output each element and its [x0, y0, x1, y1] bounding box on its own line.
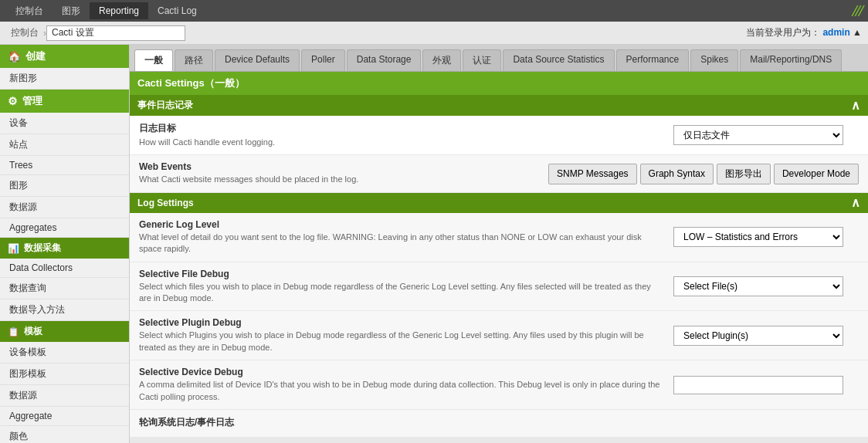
template-icon: 📋 — [8, 326, 19, 337]
setting-selective-file-desc: Select which files you wish to place in … — [139, 281, 664, 305]
tab-performance[interactable]: Performance — [616, 49, 690, 71]
sidebar-item-graphs[interactable]: 图形 — [0, 175, 129, 197]
sidebar-item-trees[interactable]: Trees — [0, 156, 129, 175]
btn-snmp-messages[interactable]: SNMP Messages — [548, 164, 636, 184]
setting-syslog-title: 轮询系统日志/事件日志 — [139, 416, 664, 429]
sidebar-section-datacollect: 📊 数据采集 — [0, 238, 129, 259]
sidebar-item-new-graph[interactable]: 新图形 — [0, 68, 129, 90]
btn-developer-mode[interactable]: Developer Mode — [774, 164, 859, 184]
sidebar-item-data-source-templates[interactable]: 数据源 — [0, 385, 129, 407]
setting-log-target: 日志目标 How will Cacti handle event logging… — [130, 116, 868, 155]
breadcrumb-bar: 控制台 › 当前登录用户为： admin ▲ — [0, 22, 868, 45]
tab-mail-reporting[interactable]: Mail/Reporting/DNS — [740, 49, 842, 71]
setting-selective-device-desc: A comma delimited list of Device ID's th… — [139, 379, 664, 403]
selective-device-debug-input[interactable] — [673, 376, 843, 394]
setting-web-events: Web Events What Cacti website messages s… — [130, 155, 868, 192]
main-content: 一般 路径 Device Defaults Poller Data Storag… — [130, 45, 868, 443]
setting-generic-log-title: Generic Log Level — [139, 219, 664, 230]
setting-log-target-title: 日志目标 — [139, 122, 664, 135]
sidebar-item-data-collectors[interactable]: Data Collectors — [0, 259, 129, 278]
sidebar-item-colors[interactable]: 颜色 — [0, 426, 129, 443]
tab-general[interactable]: 一般 — [134, 49, 173, 71]
sidebar: 🏠 创建 新图形 ⚙ 管理 设备 站点 Trees 图形 数据源 Aggrega… — [0, 45, 130, 443]
nav-item-cactilog[interactable]: Cacti Log — [148, 2, 206, 19]
setting-log-target-label: 日志目标 How will Cacti handle event logging… — [139, 122, 673, 148]
setting-selective-device-title: Selective Device Debug — [139, 367, 664, 377]
content-area: Cacti Settings（一般） 事件日志记录 ∧ 日志目标 How wil… — [130, 72, 868, 438]
breadcrumb-home[interactable]: 控制台 — [6, 26, 43, 39]
chart-icon: 📊 — [8, 243, 19, 254]
setting-log-target-desc: How will Cacti handle event logging. — [139, 137, 664, 148]
subsection-log-settings[interactable]: Log Settings ∧ — [130, 193, 868, 213]
setting-selective-file-debug: Selective File Debug Select which files … — [130, 262, 868, 312]
tab-appearance[interactable]: 外观 — [422, 49, 461, 71]
page-title: Cacti Settings（一般） — [137, 76, 245, 90]
tab-spikes[interactable]: Spikes — [690, 49, 738, 71]
setting-generic-log-control: LOW – Statistics and Errors — [673, 227, 859, 247]
setting-generic-log-label: Generic Log Level What level of detail d… — [139, 219, 673, 255]
setting-selective-file-title: Selective File Debug — [139, 269, 664, 279]
nav-item-graphs[interactable]: 图形 — [53, 2, 90, 21]
btn-graph-export[interactable]: 图形导出 — [717, 164, 771, 184]
nav-item-reporting[interactable]: Reporting — [90, 2, 148, 19]
tabs-bar: 一般 路径 Device Defaults Poller Data Storag… — [130, 45, 868, 72]
setting-selective-plugin-desc: Select which Plugins you wish to place i… — [139, 330, 664, 353]
sidebar-item-datasources[interactable]: 数据源 — [0, 197, 129, 218]
setting-web-events-title: Web Events — [139, 161, 539, 172]
setting-web-events-label: Web Events What Cacti website messages s… — [139, 161, 548, 185]
gear-icon: ⚙ — [8, 95, 18, 107]
collapse-icon-log-settings: ∧ — [851, 197, 860, 209]
log-target-select[interactable]: 仅日志文件 — [673, 125, 843, 145]
setting-syslog: 轮询系统日志/事件日志 — [130, 410, 868, 438]
breadcrumb-input[interactable] — [46, 25, 185, 41]
subsection-event-log-title: 事件日志记录 — [137, 99, 193, 112]
tab-auth[interactable]: 认证 — [463, 49, 501, 71]
subsection-log-settings-title: Log Settings — [137, 198, 194, 208]
sidebar-item-aggregates[interactable]: Aggregates — [0, 218, 129, 238]
setting-selective-plugin-control: Select Plugin(s) — [673, 326, 859, 346]
setting-selective-device-label: Selective Device Debug A comma delimited… — [139, 367, 673, 403]
sidebar-section-create: 🏠 创建 — [0, 45, 129, 68]
main-layout: 🏠 创建 新图形 ⚙ 管理 设备 站点 Trees 图形 数据源 Aggrega… — [0, 45, 868, 443]
collapse-icon-event-log: ∧ — [851, 100, 860, 112]
setting-selective-file-control: Select File(s) — [673, 276, 859, 296]
web-events-buttons: SNMP Messages Graph Syntax 图形导出 Develope… — [548, 164, 859, 184]
setting-selective-device-control — [673, 376, 859, 394]
page-title-bar: Cacti Settings（一般） — [130, 72, 868, 95]
sidebar-item-data-import[interactable]: 数据导入方法 — [0, 299, 129, 321]
setting-web-events-control: SNMP Messages Graph Syntax 图形导出 Develope… — [548, 164, 859, 184]
user-info: 当前登录用户为： admin ▲ — [746, 26, 862, 39]
setting-selective-plugin-label: Selective Plugin Debug Select which Plug… — [139, 317, 673, 353]
sidebar-section-templates: 📋 模板 — [0, 321, 129, 342]
tab-data-storage[interactable]: Data Storage — [347, 49, 422, 71]
logo: /// — [853, 1, 862, 21]
btn-graph-syntax[interactable]: Graph Syntax — [640, 164, 714, 184]
setting-web-events-desc: What Cacti website messages should be pl… — [139, 174, 539, 185]
setting-log-target-control: 仅日志文件 — [673, 125, 859, 145]
nav-item-console[interactable]: 控制台 — [6, 2, 53, 21]
setting-selective-file-label: Selective File Debug Select which files … — [139, 269, 673, 305]
setting-generic-log-desc: What level of detail do you want sent to… — [139, 232, 664, 255]
tab-device-defaults[interactable]: Device Defaults — [215, 49, 300, 71]
tab-data-source-stats[interactable]: Data Source Statistics — [503, 49, 614, 71]
tab-paths[interactable]: 路径 — [175, 49, 213, 71]
setting-syslog-label: 轮询系统日志/事件日志 — [139, 416, 673, 431]
tab-poller[interactable]: Poller — [301, 49, 345, 71]
setting-selective-plugin-debug: Selective Plugin Debug Select which Plug… — [130, 311, 868, 360]
setting-generic-log-level: Generic Log Level What level of detail d… — [130, 213, 868, 262]
setting-selective-plugin-title: Selective Plugin Debug — [139, 317, 664, 328]
selective-file-debug-select[interactable]: Select File(s) — [673, 276, 843, 296]
sidebar-item-device-templates[interactable]: 设备模板 — [0, 342, 129, 364]
home-icon: 🏠 — [8, 50, 21, 63]
top-navigation: 控制台 图形 Reporting Cacti Log /// — [0, 0, 868, 22]
sidebar-item-graph-templates[interactable]: 图形模板 — [0, 364, 129, 385]
subsection-event-log[interactable]: 事件日志记录 ∧ — [130, 95, 868, 116]
sidebar-item-sites[interactable]: 站点 — [0, 134, 129, 156]
sidebar-section-manage: ⚙ 管理 — [0, 90, 129, 113]
generic-log-level-select[interactable]: LOW – Statistics and Errors — [673, 227, 843, 247]
sidebar-item-aggregate-templates[interactable]: Aggregate — [0, 407, 129, 426]
selective-plugin-debug-select[interactable]: Select Plugin(s) — [673, 326, 843, 346]
sidebar-item-devices[interactable]: 设备 — [0, 113, 129, 134]
setting-selective-device-debug: Selective Device Debug A comma delimited… — [130, 360, 868, 410]
sidebar-item-data-queries[interactable]: 数据查询 — [0, 278, 129, 299]
